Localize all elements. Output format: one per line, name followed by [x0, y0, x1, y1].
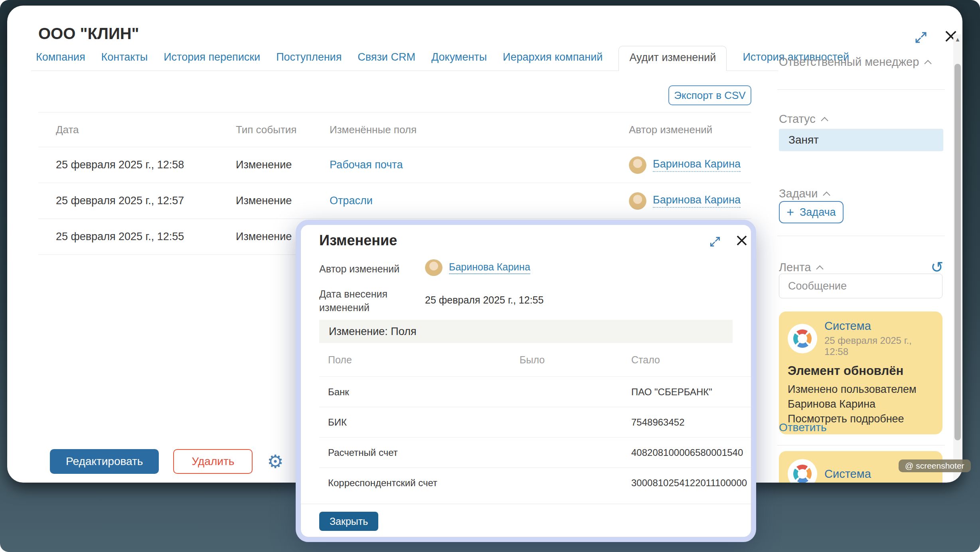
export-csv-button[interactable]: Экспорт в CSV	[668, 85, 751, 105]
chevron-up-icon	[821, 117, 828, 124]
section-status[interactable]: Статус	[779, 112, 943, 126]
chevron-up-icon	[925, 60, 932, 67]
audit-table-header: Дата Тип события Изменённые поля Автор и…	[38, 112, 751, 147]
feed-card-text: Баринова Карина	[788, 397, 934, 412]
reply-link[interactable]: Ответить	[779, 421, 827, 434]
change-date-value: 25 февраля 2025 г., 12:55	[425, 294, 543, 306]
tab-documents[interactable]: Документы	[431, 51, 487, 71]
table-row[interactable]: 25 февраля 2025 г., 12:57 Изменение Отра…	[38, 183, 751, 219]
field-became: 7548963452	[631, 417, 751, 428]
scrollbar-track: ▲	[953, 34, 962, 483]
fields-table: Поле Было Стало Банк ПАО "СБЕРБАНК" БИК …	[319, 343, 751, 498]
column-header-fields: Изменённые поля	[330, 124, 629, 136]
row-date: 25 февраля 2025 г., 12:55	[56, 231, 236, 243]
change-date-label: Дата внесения изменений	[319, 287, 403, 314]
divider	[777, 236, 945, 236]
footer-actions: Редактировать Удалить ⚙	[50, 449, 284, 474]
system-logo-icon	[788, 324, 817, 353]
field-row: БИК 7548963452	[319, 407, 751, 437]
tab-audit-changes[interactable]: Аудит изменений	[618, 46, 727, 71]
field-row: Банк ПАО "СБЕРБАНК"	[319, 377, 751, 407]
author-link[interactable]: Баринова Карина	[653, 158, 741, 172]
system-author-link[interactable]: Система	[824, 319, 871, 332]
changed-fields-link[interactable]: Рабочая почта	[330, 159, 403, 171]
field-became: 3000810254122011100000	[631, 477, 751, 489]
message-input[interactable]	[779, 274, 942, 298]
field-row: Расчетный счет 408208100006580001540	[319, 437, 751, 467]
section-title: Статус	[779, 112, 816, 126]
divider	[777, 445, 945, 446]
feed-card-title: Элемент обновлён	[788, 364, 934, 378]
scrollbar-up-arrow[interactable]: ▲	[953, 36, 962, 43]
tab-contacts[interactable]: Контакты	[101, 51, 148, 71]
feed-card-text: Изменено пользователем	[788, 382, 934, 397]
tab-crm-links[interactable]: Связи CRM	[358, 51, 415, 71]
section-title: Задачи	[779, 187, 818, 200]
row-date: 25 февраля 2025 г., 12:58	[56, 159, 236, 171]
avatar	[425, 259, 443, 276]
field-row: Корреспондентский счет 30008102541220111…	[319, 467, 751, 498]
divider	[301, 504, 751, 504]
row-type: Изменение	[236, 159, 330, 171]
modal-close-button[interactable]: Закрыть	[319, 512, 378, 531]
modal-author-link[interactable]: Баринова Карина	[449, 261, 530, 274]
close-modal-icon[interactable]	[734, 233, 749, 249]
changed-fields-link[interactable]: Отрасли	[330, 195, 373, 207]
chevron-up-icon	[816, 265, 824, 272]
modal-title: Изменение	[319, 232, 397, 249]
divider	[777, 89, 945, 90]
system-author-link[interactable]: Система	[824, 467, 871, 481]
field-name: Расчетный счет	[328, 447, 520, 458]
plus-icon: +	[786, 206, 794, 219]
gear-icon[interactable]: ⚙	[267, 452, 283, 471]
feed-card-system: Система 25 февраля 2025 г., 12:58 Элемен…	[779, 311, 942, 434]
delete-button[interactable]: Удалить	[173, 449, 253, 474]
tab-company[interactable]: Компания	[36, 51, 85, 71]
system-logo-icon	[788, 459, 817, 483]
column-header-author: Автор изменений	[629, 124, 751, 136]
add-task-button[interactable]: + Задача	[779, 201, 844, 223]
section-band: Изменение: Поля	[319, 320, 733, 343]
column-header-was: Было	[520, 354, 631, 366]
field-name: Банк	[328, 386, 520, 398]
page-title: ООО "КЛИН"	[38, 25, 139, 43]
field-became: 408208100006580001540	[631, 447, 751, 458]
add-task-label: Задача	[800, 206, 836, 219]
author-link[interactable]: Баринова Карина	[653, 194, 741, 208]
desktop-backdrop: ООО "КЛИН" Компания Контакты История пер…	[0, 0, 980, 552]
edit-button[interactable]: Редактировать	[50, 449, 159, 474]
section-tasks[interactable]: Задачи	[779, 187, 943, 200]
watermark: @ screenshoter	[899, 459, 971, 472]
field-name: Корреспондентский счет	[328, 477, 520, 489]
field-became: ПАО "СБЕРБАНК"	[631, 386, 751, 398]
avatar	[629, 156, 646, 174]
feed-card-date: 25 февраля 2025 г., 12:58	[824, 335, 934, 357]
table-row[interactable]: 25 февраля 2025 г., 12:58 Изменение Рабо…	[38, 147, 751, 183]
chevron-up-icon	[823, 191, 830, 199]
tab-receipts[interactable]: Поступления	[276, 51, 342, 71]
column-header-type: Тип события	[236, 124, 330, 136]
feed-header: Лента ↺	[779, 260, 943, 275]
tab-company-hierarchy[interactable]: Иерархия компаний	[503, 51, 603, 71]
row-date: 25 февраля 2025 г., 12:57	[56, 195, 236, 207]
avatar	[629, 192, 646, 210]
field-name: БИК	[328, 417, 520, 428]
fields-table-header: Поле Было Стало	[319, 343, 751, 377]
author-label: Автор изменений	[319, 263, 399, 275]
section-title: Ответственный менеджер	[779, 55, 919, 69]
tabbar: Компания Контакты История переписки Пост…	[31, 47, 778, 71]
scrollbar-thumb[interactable]	[954, 64, 961, 440]
expand-modal-icon[interactable]	[709, 235, 721, 249]
right-sidebar: Ответственный менеджер Статус Занят Зада…	[779, 6, 943, 483]
section-title: Лента	[779, 261, 811, 274]
change-details-modal: Изменение Автор изменений Баринова Карин…	[296, 220, 756, 542]
section-responsible-manager[interactable]: Ответственный менеджер	[779, 55, 943, 69]
tab-correspondence-history[interactable]: История переписки	[164, 51, 260, 71]
column-header-date: Дата	[56, 124, 236, 136]
column-header-field: Поле	[328, 354, 520, 366]
row-type: Изменение	[236, 195, 330, 207]
column-header-became: Стало	[631, 354, 751, 366]
section-feed[interactable]: Лента	[779, 261, 822, 274]
refresh-icon[interactable]: ↺	[931, 260, 943, 275]
status-option-selected[interactable]: Занят	[779, 129, 943, 151]
